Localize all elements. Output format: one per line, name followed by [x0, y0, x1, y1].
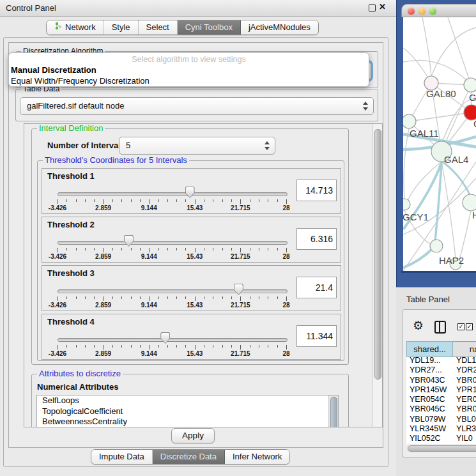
tab-cyni-toolbox[interactable]: Cyni Toolbox	[178, 20, 241, 35]
table-panel: Table Panel ⚙ ✓ ✓ shared...na YDL19...YD…	[396, 287, 476, 476]
svg-text:C: C	[473, 118, 476, 129]
settings-scrollpane: Interval Definition Number of Intervals …	[24, 123, 383, 427]
number-of-intervals-value: 5	[119, 141, 130, 150]
table-panel-inner: ⚙ ✓ ✓ shared...na YDL19...YDL1YDR27...YD…	[402, 309, 476, 457]
close-icon[interactable]: ✕	[379, 2, 386, 12]
select-column-icon[interactable]: ✓	[457, 323, 464, 330]
table-body: YDL19...YDL1YDR27...YDR2YBR043CYBR0YPR14…	[406, 356, 476, 444]
threshold-value-field[interactable]: 14.713	[296, 180, 337, 201]
pane-scrollbar[interactable]	[372, 124, 382, 427]
tab-jactivemnodules[interactable]: jActiveMNodules	[241, 20, 318, 35]
tab-style[interactable]: Style	[104, 20, 139, 35]
threshold-value-field[interactable]: 21.4	[296, 277, 337, 298]
table-row[interactable]: YDR27...YDR2	[406, 365, 476, 375]
top-tab-bar: NetworkStyleSelectCyni ToolboxjActiveMNo…	[46, 20, 319, 35]
control-panel-titlebar: Control Panel ✕	[0, 0, 396, 17]
slider-ticks	[58, 296, 286, 302]
close-traffic-light-icon[interactable]	[408, 8, 415, 15]
float-window-icon[interactable]	[369, 4, 376, 12]
algorithm-dropdown-popup: Select algorithm to view settings Manual…	[8, 52, 369, 87]
slider-tick-labels: -3.4262.8599.14415.4321.71528	[58, 253, 286, 260]
threshold-panel-threshold-3: Threshold 3-3.4262.8599.14415.4321.71528…	[42, 265, 341, 311]
node-table[interactable]: shared...na YDL19...YDL1YDR27...YDR2YBR0…	[406, 341, 476, 444]
table-header-row: shared...na	[406, 341, 476, 356]
table-row[interactable]: YBR043CYBR0	[406, 376, 476, 385]
threshold-panel-threshold-2: Threshold 2-3.4262.8599.14415.4321.71528…	[42, 217, 341, 263]
slider-track[interactable]	[58, 338, 288, 342]
dropdown-item-equal-width-frequency-discretization[interactable]: Equal Width/Frequency Discretization	[9, 75, 369, 86]
slider-ticks	[58, 199, 286, 204]
threshold-panel-threshold-4: Threshold 4-3.4262.8599.14415.4321.71528…	[42, 314, 341, 360]
attribute-item-topologicalcoefficient[interactable]: TopologicalCoefficient	[37, 406, 338, 417]
dropdown-items: Manual DiscretizationEqual Width/Frequen…	[9, 65, 369, 86]
threshold-value-field[interactable]: 11.344	[296, 325, 337, 347]
column-header-shared[interactable]: shared...	[406, 341, 453, 357]
table-data-combobox[interactable]: galFiltered.sif default node	[20, 97, 374, 115]
slider-track[interactable]	[58, 192, 288, 196]
combo-stepper-icon	[362, 101, 367, 111]
table-horizontal-scrollbar[interactable]	[407, 445, 476, 452]
list-scrollbar[interactable]	[328, 395, 338, 427]
network-window-titlebar[interactable]	[401, 4, 476, 17]
slider-track[interactable]	[58, 289, 288, 293]
number-of-intervals-combobox[interactable]: 5	[119, 137, 275, 155]
table-row[interactable]: YBR045CYBR0	[406, 404, 476, 414]
network-graph: GAL80GAL11GAL4GCY1HAP2GACH	[403, 17, 476, 271]
attributes-group-title: Attributes to discretize	[37, 369, 123, 378]
interval-definition-title: Interval Definition	[37, 124, 105, 133]
numerical-attributes-list[interactable]: SelfLoopsTopologicalCoefficientBetweenne…	[36, 395, 339, 427]
svg-text:GAL80: GAL80	[426, 88, 456, 99]
table-panel-title: Table Panel	[406, 295, 450, 304]
bottom-tab-bar: Impute DataDiscretize DataInfer Network	[91, 449, 290, 464]
screen: Control Panel ✕ NetworkStyleSelectCyni T…	[0, 0, 476, 476]
table-row[interactable]: YER054CYER0	[406, 395, 476, 404]
slider-thumb[interactable]	[160, 332, 170, 344]
split-columns-icon[interactable]	[434, 321, 446, 334]
column-header-na[interactable]: na	[453, 341, 476, 357]
table-row[interactable]: YIL052CYIL0	[406, 434, 476, 443]
thresholds-group-title: Threshold's Coordinates for 5 Intervals	[43, 156, 189, 165]
slider-track[interactable]	[58, 241, 288, 245]
svg-text:GCY1: GCY1	[403, 211, 429, 222]
threshold-list: Threshold 1-3.4262.8599.14415.4321.71528…	[42, 168, 340, 362]
table-row[interactable]: YBL079WYBL0	[406, 415, 476, 424]
svg-text:GAL4: GAL4	[444, 154, 468, 165]
network-canvas[interactable]: GAL80GAL11GAL4GCY1HAP2GACH	[403, 17, 476, 271]
tab-infer-network[interactable]: Infer Network	[225, 450, 289, 464]
dropdown-hint: Select algorithm to view settings	[9, 54, 369, 65]
table-data-value: galFiltered.sif default node	[20, 101, 124, 111]
attribute-item-betweennesscentrality[interactable]: BetweennessCentrality	[37, 417, 338, 427]
tab-network[interactable]: Network	[47, 20, 104, 35]
tab-select[interactable]: Select	[139, 20, 178, 35]
slider-thumb[interactable]	[124, 235, 134, 247]
slider-tick-labels: -3.4262.8599.14415.4321.71528	[58, 302, 286, 309]
svg-text:GA: GA	[469, 92, 476, 103]
number-of-intervals-label: Number of Intervals	[47, 141, 125, 150]
network-icon	[54, 20, 63, 35]
slider-thumb[interactable]	[234, 284, 243, 295]
numerical-attributes-label: Numerical Attributes	[37, 382, 118, 392]
tab-impute-data[interactable]: Impute Data	[91, 450, 153, 464]
tab-discretize-data[interactable]: Discretize Data	[153, 450, 225, 464]
attribute-item-selfloops[interactable]: SelfLoops	[37, 395, 338, 406]
apply-button[interactable]: Apply	[171, 428, 215, 443]
slider-thumb[interactable]	[185, 187, 195, 198]
select-column-icon[interactable]: ✓	[466, 323, 473, 330]
slider-ticks	[58, 345, 286, 350]
threshold-value-field[interactable]: 6.316	[296, 228, 337, 250]
zoom-traffic-light-icon[interactable]	[429, 8, 436, 15]
threshold-label: Threshold 1	[47, 171, 95, 181]
minimize-traffic-light-icon[interactable]	[418, 8, 426, 15]
table-row[interactable]: YDL19...YDL1	[406, 356, 476, 365]
table-data-group: Table Data galFiltered.sif default node	[15, 89, 378, 121]
table-row[interactable]: YPR145WYPR1	[406, 385, 476, 395]
settings-gear-icon[interactable]: ⚙	[413, 319, 424, 332]
table-row[interactable]: YLR345WYLR3	[406, 424, 476, 434]
svg-text:GAL11: GAL11	[410, 128, 439, 139]
svg-text:HAP2: HAP2	[439, 255, 464, 266]
slider-tick-labels: -3.4262.8599.14415.4321.71528	[58, 204, 286, 211]
slider-tick-labels: -3.4262.8599.14415.4321.71528	[58, 350, 286, 357]
dropdown-item-manual-discretization[interactable]: Manual Discretization	[9, 65, 369, 75]
network-window-bottom-edge	[401, 271, 476, 273]
window-title: Control Panel	[6, 3, 56, 13]
